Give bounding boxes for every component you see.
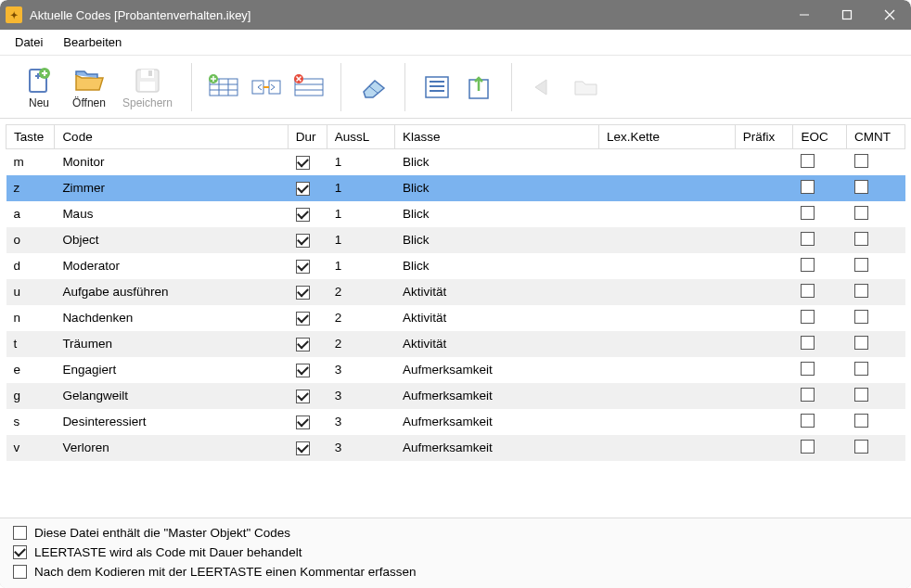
dur-checkbox[interactable] <box>296 415 310 429</box>
cell-prafix[interactable] <box>735 149 793 175</box>
cell-code[interactable]: Verloren <box>55 435 288 461</box>
dur-checkbox[interactable] <box>296 234 310 248</box>
cell-taste[interactable]: d <box>6 253 55 279</box>
cell-prafix[interactable] <box>735 201 793 227</box>
export-button[interactable] <box>461 69 498 106</box>
dur-checkbox[interactable] <box>296 156 310 170</box>
eoc-checkbox[interactable] <box>801 284 815 298</box>
cell-aussl[interactable]: 3 <box>327 357 394 383</box>
cell-eoc[interactable] <box>793 331 847 357</box>
cell-prafix[interactable] <box>735 383 793 409</box>
dur-checkbox[interactable] <box>296 286 310 300</box>
table-row[interactable]: zZimmer1Blick <box>6 175 905 201</box>
split-row-button[interactable] <box>248 69 285 106</box>
cell-aussl[interactable]: 1 <box>327 227 394 253</box>
cell-cmnt[interactable] <box>847 149 905 175</box>
cell-taste[interactable]: o <box>6 227 55 253</box>
cell-dur[interactable] <box>288 149 327 175</box>
cell-klasse[interactable]: Blick <box>395 253 599 279</box>
cell-taste[interactable]: g <box>6 383 55 409</box>
cell-aussl[interactable]: 3 <box>327 383 394 409</box>
col-prafix[interactable]: Präfix <box>735 125 793 149</box>
eoc-checkbox[interactable] <box>801 232 815 246</box>
cell-prafix[interactable] <box>735 331 793 357</box>
cell-lex[interactable] <box>598 435 735 461</box>
cell-prafix[interactable] <box>735 357 793 383</box>
cell-klasse[interactable]: Aktivität <box>395 279 599 305</box>
cmnt-checkbox[interactable] <box>854 206 868 220</box>
cell-prafix[interactable] <box>735 227 793 253</box>
menu-file[interactable]: Datei <box>6 32 52 53</box>
col-klasse[interactable]: Klasse <box>395 125 599 149</box>
cell-aussl[interactable]: 2 <box>327 279 394 305</box>
eoc-checkbox[interactable] <box>801 336 815 350</box>
cell-lex[interactable] <box>598 227 735 253</box>
cell-code[interactable]: Monitor <box>55 149 288 175</box>
cell-dur[interactable] <box>288 175 327 201</box>
cell-taste[interactable]: a <box>6 201 55 227</box>
cell-lex[interactable] <box>598 175 735 201</box>
option-master-checkbox[interactable] <box>13 526 27 540</box>
cmnt-checkbox[interactable] <box>854 362 868 376</box>
folder-button[interactable] <box>568 69 605 106</box>
eoc-checkbox[interactable] <box>801 154 815 168</box>
cell-prafix[interactable] <box>735 253 793 279</box>
dur-checkbox[interactable] <box>296 364 310 377</box>
cell-cmnt[interactable] <box>847 331 905 357</box>
col-taste[interactable]: Taste <box>6 125 55 149</box>
cell-eoc[interactable] <box>793 175 847 201</box>
cell-cmnt[interactable] <box>847 227 905 253</box>
cell-klasse[interactable]: Aufmerksamkeit <box>395 357 599 383</box>
cell-lex[interactable] <box>598 201 735 227</box>
open-button[interactable]: Öffnen <box>67 60 111 114</box>
cell-code[interactable]: Maus <box>55 201 288 227</box>
eoc-checkbox[interactable] <box>801 362 815 376</box>
eoc-checkbox[interactable] <box>801 414 815 428</box>
table-row[interactable]: tTräumen2Aktivität <box>6 331 905 357</box>
table-row[interactable]: mMonitor1Blick <box>6 149 905 175</box>
cell-aussl[interactable]: 2 <box>327 331 394 357</box>
eoc-checkbox[interactable] <box>801 206 815 220</box>
eraser-button[interactable] <box>354 69 391 106</box>
cell-dur[interactable] <box>288 383 327 409</box>
cell-eoc[interactable] <box>793 409 847 435</box>
cell-taste[interactable]: e <box>6 357 55 383</box>
table-row[interactable]: aMaus1Blick <box>6 201 905 227</box>
cell-lex[interactable] <box>598 383 735 409</box>
cmnt-checkbox[interactable] <box>854 388 868 402</box>
cmnt-checkbox[interactable] <box>854 414 868 428</box>
cell-klasse[interactable]: Blick <box>395 201 599 227</box>
col-dur[interactable]: Dur <box>288 125 327 149</box>
option-space-checkbox[interactable] <box>13 545 27 559</box>
dur-checkbox[interactable] <box>296 338 310 352</box>
cell-prafix[interactable] <box>735 305 793 331</box>
cell-code[interactable]: Engagiert <box>55 357 288 383</box>
table-row[interactable]: sDesinteressiert3Aufmerksamkeit <box>6 409 905 435</box>
col-aussl[interactable]: AussL <box>327 125 394 149</box>
cmnt-checkbox[interactable] <box>854 336 868 350</box>
cell-klasse[interactable]: Aufmerksamkeit <box>395 383 599 409</box>
option-comment-checkbox[interactable] <box>13 565 27 579</box>
table-row[interactable]: gGelangweilt3Aufmerksamkeit <box>6 383 905 409</box>
cmnt-checkbox[interactable] <box>854 232 868 246</box>
cell-aussl[interactable]: 1 <box>327 253 394 279</box>
back-button[interactable] <box>525 69 562 106</box>
cell-cmnt[interactable] <box>847 383 905 409</box>
cell-lex[interactable] <box>598 149 735 175</box>
cell-klasse[interactable]: Blick <box>395 149 599 175</box>
dur-checkbox[interactable] <box>296 390 310 403</box>
cell-dur[interactable] <box>288 227 327 253</box>
cell-taste[interactable]: v <box>6 435 55 461</box>
dur-checkbox[interactable] <box>296 182 310 196</box>
cmnt-checkbox[interactable] <box>854 310 868 324</box>
table-row[interactable]: eEngagiert3Aufmerksamkeit <box>6 357 905 383</box>
cell-dur[interactable] <box>288 279 327 305</box>
cell-cmnt[interactable] <box>847 279 905 305</box>
cell-dur[interactable] <box>288 305 327 331</box>
cmnt-checkbox[interactable] <box>854 258 868 272</box>
cell-klasse[interactable]: Aktivität <box>395 331 599 357</box>
insert-row-button[interactable] <box>205 69 242 106</box>
cell-aussl[interactable]: 1 <box>327 201 394 227</box>
cell-aussl[interactable]: 2 <box>327 305 394 331</box>
cell-cmnt[interactable] <box>847 357 905 383</box>
